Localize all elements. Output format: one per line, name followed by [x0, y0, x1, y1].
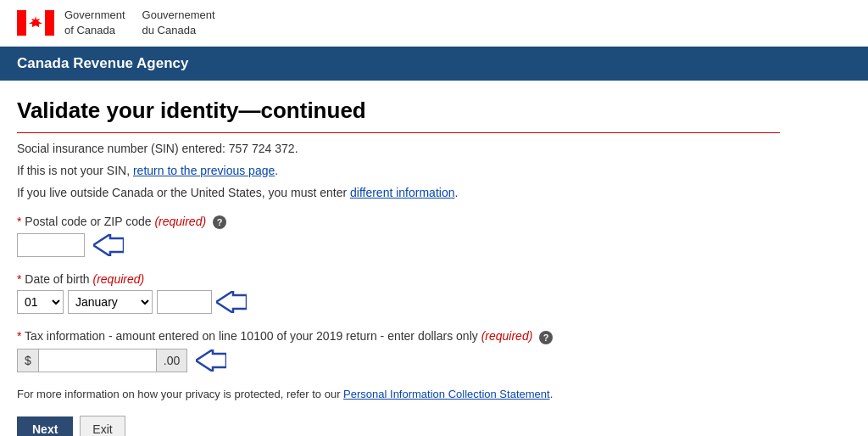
dob-arrow-icon: [216, 291, 247, 313]
dob-label: * Date of birth (required): [17, 272, 780, 286]
button-row: Next Exit: [17, 416, 780, 436]
sin-info: Social insurance number (SIN) entered: 7…: [17, 142, 780, 155]
tax-arrow-icon: [196, 349, 226, 372]
svg-marker-6: [196, 349, 226, 372]
canada-flag-icon: [17, 8, 54, 37]
postal-help-icon[interactable]: ?: [213, 215, 226, 229]
dob-input-row: 0102030405 0607080910 1112131415 1617181…: [17, 290, 780, 314]
svg-rect-0: [17, 10, 26, 36]
main-content: Validate your identity—continued Social …: [0, 81, 814, 436]
next-button[interactable]: Next: [17, 416, 73, 436]
privacy-statement-link[interactable]: Personal Information Collection Statemen…: [343, 388, 550, 400]
dollar-prefix: $: [17, 349, 38, 372]
sin-wrong-notice: If this is not your SIN, return to the p…: [17, 164, 780, 177]
tax-input-row: $ .00: [17, 349, 780, 372]
postal-code-label: * Postal code or ZIP code (required) ?: [17, 215, 780, 229]
privacy-note: For more information on how your privacy…: [17, 388, 780, 400]
gov-name: Government of Canada Gouvernement du Can…: [64, 8, 215, 38]
page-title: Validate your identity—continued: [17, 98, 780, 133]
tax-info-label: * Tax information - amount entered on li…: [17, 329, 780, 344]
dob-year-input[interactable]: [157, 290, 212, 314]
different-information-link[interactable]: different information: [350, 186, 454, 199]
gov-header: Government of Canada Gouvernement du Can…: [0, 0, 868, 47]
cents-suffix: .00: [157, 349, 187, 372]
gov-name-english: Government of Canada: [64, 8, 125, 38]
dob-month-select[interactable]: JanuaryFebruaryMarchApril MayJuneJulyAug…: [68, 290, 153, 314]
agency-bar: Canada Revenue Agency: [0, 47, 868, 81]
tax-amount-input[interactable]: [38, 349, 157, 372]
dob-day-select[interactable]: 0102030405 0607080910 1112131415 1617181…: [17, 290, 64, 314]
postal-code-input[interactable]: [17, 233, 85, 257]
postal-input-row: [17, 233, 780, 257]
postal-code-section: * Postal code or ZIP code (required) ?: [17, 215, 780, 257]
tax-info-section: * Tax information - amount entered on li…: [17, 329, 780, 372]
svg-marker-4: [93, 234, 124, 256]
postal-arrow-icon: [93, 234, 124, 256]
gov-name-french: Gouvernement du Canada: [142, 8, 215, 38]
tax-help-icon[interactable]: ?: [539, 331, 553, 344]
agency-name: Canada Revenue Agency: [17, 55, 189, 71]
dob-section: * Date of birth (required) 0102030405 06…: [17, 272, 780, 314]
svg-marker-5: [216, 291, 247, 313]
svg-rect-2: [45, 10, 54, 36]
return-previous-link[interactable]: return to the previous page: [133, 164, 275, 177]
outside-canada-notice: If you live outside Canada or the United…: [17, 186, 780, 199]
exit-button[interactable]: Exit: [80, 416, 125, 436]
